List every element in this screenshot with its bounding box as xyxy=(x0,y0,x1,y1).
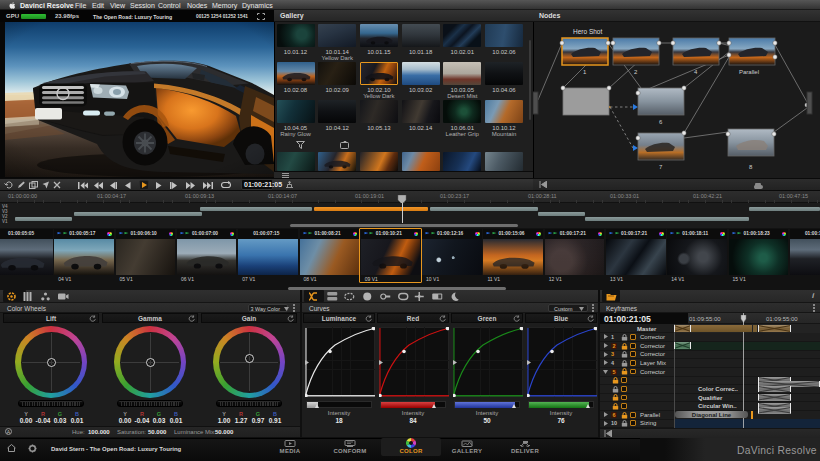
svg-text:6: 6 xyxy=(659,119,663,125)
svg-text:7: 7 xyxy=(659,164,663,170)
svg-text:Parallel: Parallel xyxy=(739,69,759,75)
svg-text:2: 2 xyxy=(634,69,638,75)
svg-text:8: 8 xyxy=(749,164,753,170)
svg-text:1: 1 xyxy=(583,69,587,75)
svg-text:Hero Shot: Hero Shot xyxy=(573,28,602,35)
svg-text:4: 4 xyxy=(694,69,698,75)
